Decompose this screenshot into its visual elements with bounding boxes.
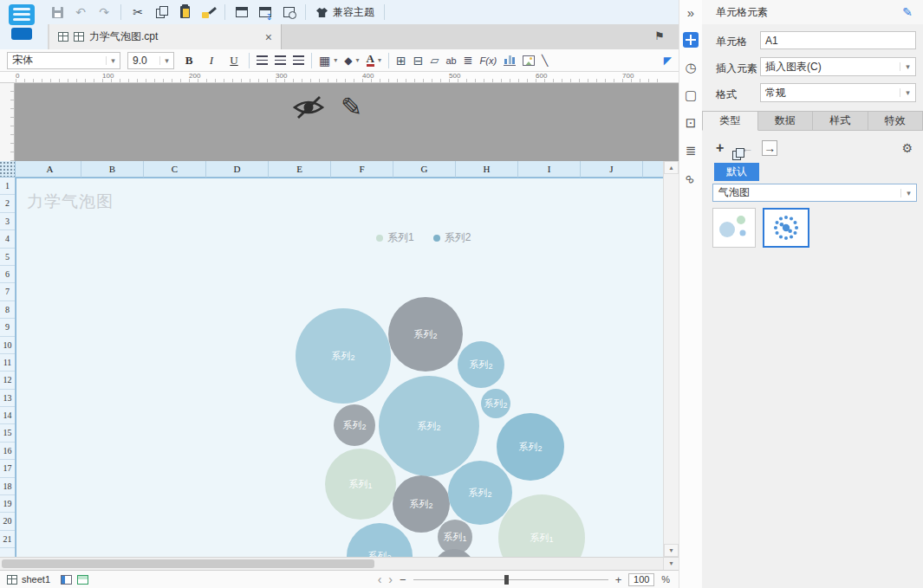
redo-icon[interactable]: ↷ xyxy=(97,5,111,19)
row-header[interactable]: 13 xyxy=(0,390,15,407)
insert-chart-sheet-icon[interactable] xyxy=(77,575,88,585)
column-header[interactable]: E xyxy=(269,161,331,178)
chevron-down-icon[interactable]: ▾ xyxy=(355,56,359,64)
history-icon[interactable]: ◷ xyxy=(683,60,699,75)
row-header[interactable]: 20 xyxy=(0,513,15,530)
column-header[interactable]: J xyxy=(581,161,643,178)
align-left-icon[interactable] xyxy=(257,55,268,65)
align-center-icon[interactable] xyxy=(275,55,286,65)
row-header[interactable]: 4 xyxy=(0,230,15,248)
scroll-down-icon[interactable]: ▾ xyxy=(664,544,679,557)
row-header[interactable]: 9 xyxy=(0,319,15,336)
bold-button[interactable]: B xyxy=(181,53,197,68)
unmerge-cells-icon[interactable]: ⊟ xyxy=(413,54,424,68)
edit-chart-icon[interactable]: ✎ xyxy=(341,94,362,120)
row-header[interactable]: 10 xyxy=(0,337,15,354)
force-bubble-chart-thumbnail[interactable] xyxy=(763,208,809,248)
font-color-icon[interactable]: A xyxy=(367,54,374,67)
chart-default-tab[interactable]: 默认 xyxy=(714,163,759,181)
row-header[interactable]: 7 xyxy=(0,283,15,300)
scrollbar-corner[interactable]: ▾ xyxy=(663,557,679,570)
zoom-slider-thumb[interactable] xyxy=(504,575,509,585)
format-painter-icon[interactable] xyxy=(201,5,215,19)
hyperlink-icon[interactable]: ∞ xyxy=(679,167,701,189)
tab-effects[interactable]: 特效 xyxy=(868,111,923,131)
prev-sheet-icon[interactable]: ‹ xyxy=(378,573,382,585)
chart-edit-area[interactable]: ✎ xyxy=(15,83,679,161)
select-all-corner[interactable] xyxy=(0,161,16,178)
zoom-slider[interactable] xyxy=(413,575,608,585)
bubble-chart-thumbnail[interactable] xyxy=(712,208,756,248)
row-header[interactable]: 21 xyxy=(0,531,15,548)
column-header[interactable]: C xyxy=(144,161,206,178)
scroll-up-icon[interactable]: ▴ xyxy=(664,161,679,174)
row-header[interactable]: 5 xyxy=(0,249,15,266)
collapse-panel-icon[interactable]: » xyxy=(683,4,699,20)
row-header[interactable]: 1 xyxy=(0,178,15,195)
column-header[interactable]: D xyxy=(206,161,269,178)
eraser-icon[interactable]: ▱ xyxy=(430,54,439,67)
zoom-value-box[interactable]: 100 xyxy=(628,573,654,586)
widget-settings-icon[interactable]: ▢ xyxy=(683,87,699,103)
text-style-icon[interactable]: ab xyxy=(445,55,456,66)
row-header[interactable]: 6 xyxy=(0,266,15,283)
insert-chart-icon[interactable] xyxy=(504,55,516,66)
export-icon[interactable] xyxy=(258,5,272,19)
edit-pencil-icon[interactable]: ✎ xyxy=(902,5,913,19)
cut-icon[interactable]: ✂ xyxy=(131,5,145,19)
paste-icon[interactable] xyxy=(178,5,192,19)
chevron-down-icon[interactable]: ▾ xyxy=(378,56,381,64)
copy-icon[interactable] xyxy=(154,5,168,19)
insert-image-icon[interactable] xyxy=(523,55,535,66)
font-size-select[interactable]: 9.0 ▾ xyxy=(127,52,174,69)
wrap-text-icon[interactable]: ≣ xyxy=(464,54,473,67)
insert-element-select[interactable]: 插入图表(C) ▾ xyxy=(760,57,916,76)
zoom-out-icon[interactable]: − xyxy=(400,574,406,585)
horizontal-scrollbar[interactable] xyxy=(0,557,663,570)
underline-button[interactable]: U xyxy=(226,53,242,68)
row-header[interactable]: 17 xyxy=(0,460,15,477)
insert-line-icon[interactable]: ╲ xyxy=(542,55,548,67)
row-header[interactable]: 3 xyxy=(0,213,15,230)
row-header[interactable]: 16 xyxy=(0,443,15,460)
panel-view-icon[interactable] xyxy=(235,5,249,19)
condition-attributes-icon[interactable]: ≣ xyxy=(683,143,699,158)
format-select[interactable]: 常规 ▾ xyxy=(760,83,916,102)
save-icon[interactable] xyxy=(50,5,64,19)
document-tab[interactable]: 力学气泡图.cpt × xyxy=(49,24,282,49)
font-family-select[interactable]: 宋体 ▾ xyxy=(7,52,120,69)
column-header[interactable]: H xyxy=(456,161,518,178)
row-header[interactable]: 12 xyxy=(0,372,15,389)
sheet-tab[interactable]: sheet1 xyxy=(0,574,50,585)
compat-theme-button[interactable]: 兼容主题 xyxy=(315,5,374,20)
column-header[interactable]: F xyxy=(331,161,393,178)
column-header[interactable]: I xyxy=(518,161,581,178)
align-right-icon[interactable] xyxy=(293,55,304,65)
insert-grid-sheet-icon[interactable] xyxy=(61,575,72,585)
row-header[interactable]: 8 xyxy=(0,301,15,319)
find-icon[interactable] xyxy=(282,5,296,19)
hide-preview-icon[interactable] xyxy=(290,94,327,121)
fill-color-icon[interactable]: ◆ xyxy=(344,55,352,67)
cell-element-panel-icon[interactable] xyxy=(683,32,699,48)
zoom-in-icon[interactable]: + xyxy=(615,574,622,585)
horizontal-scroll-thumb[interactable] xyxy=(2,559,374,568)
row-header[interactable]: 15 xyxy=(0,424,15,442)
tab-style[interactable]: 样式 xyxy=(813,111,868,131)
move-right-button[interactable]: → xyxy=(762,140,777,156)
tab-data[interactable]: 数据 xyxy=(758,111,814,131)
chart-type-select[interactable]: 气泡图 ▾ xyxy=(712,184,917,202)
row-header[interactable]: 11 xyxy=(0,354,15,372)
column-header[interactable]: B xyxy=(81,161,144,178)
row-header[interactable]: 18 xyxy=(0,478,15,495)
next-sheet-icon[interactable]: › xyxy=(388,573,393,585)
row-header[interactable]: 19 xyxy=(0,495,15,513)
app-logo[interactable] xyxy=(9,4,36,41)
italic-button[interactable]: I xyxy=(204,53,219,68)
merge-cells-icon[interactable]: ⊞ xyxy=(396,54,406,68)
chevron-down-icon[interactable]: ▾ xyxy=(334,56,337,64)
chart-cell-canvas[interactable]: 力学气泡图 系列1系列2 系列2系列2系列2系列2系列2系列2系列2系列1系列2… xyxy=(16,178,663,557)
cell-ref-input[interactable]: A1 xyxy=(760,31,916,49)
row-header[interactable]: 2 xyxy=(0,195,15,212)
collapse-toolbar-icon[interactable]: ◤ xyxy=(664,55,672,67)
